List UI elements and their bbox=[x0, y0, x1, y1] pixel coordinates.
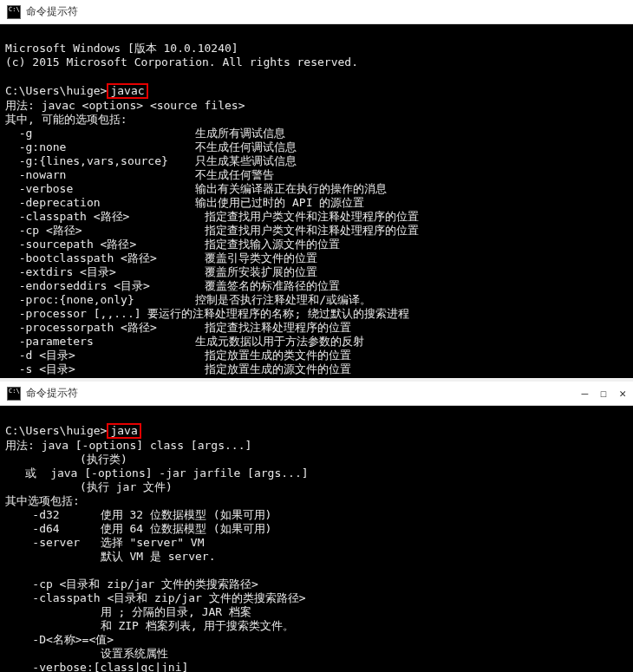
minimize-button[interactable]: — bbox=[582, 387, 589, 400]
cmd-icon bbox=[7, 387, 21, 401]
cmd-icon bbox=[7, 5, 21, 19]
usage-sub: (执行类) bbox=[5, 453, 127, 466]
option-flag: -d32 bbox=[5, 508, 60, 521]
window-title: 命令提示符 bbox=[26, 386, 78, 401]
option-flag: -bootclasspath <路径> bbox=[5, 251, 157, 264]
cmd-window-javac: 命令提示符 Microsoft Windows [版本 10.0.10240] … bbox=[0, 0, 633, 378]
option-flag: -g bbox=[5, 127, 32, 140]
option-flag: -verbose:[class|gc|jni] bbox=[32, 661, 188, 672]
option-desc: 覆盖引导类文件的位置 bbox=[205, 251, 317, 264]
prompt: C:\Users\huige> bbox=[5, 84, 107, 97]
option-desc: 指定查找注释处理程序的位置 bbox=[205, 321, 351, 334]
option-flag: -classpath <目录和 zip/jar 文件的类搜索路径> bbox=[32, 591, 305, 604]
typed-command: java bbox=[110, 424, 137, 437]
typed-command: javac bbox=[110, 84, 144, 97]
option-desc: 默认 VM 是 server. bbox=[101, 550, 216, 563]
prompt: C:\Users\huige> bbox=[5, 424, 107, 437]
window-title: 命令提示符 bbox=[26, 4, 78, 19]
option-desc: 输出有关编译器正在执行的操作的消息 bbox=[195, 182, 387, 195]
option-flag: -cp <目录和 zip/jar 文件的类搜索路径> bbox=[32, 577, 258, 590]
option-flag: -sourcepath <路径> bbox=[5, 238, 136, 251]
close-button[interactable]: ✕ bbox=[619, 387, 626, 400]
option-desc: 使用 64 位数据模型 (如果可用) bbox=[101, 522, 272, 535]
ms-header-line: Microsoft Windows [版本 10.0.10240] bbox=[5, 42, 238, 55]
option-flag: -d <目录> bbox=[5, 349, 75, 362]
option-flag: -g:none bbox=[5, 140, 66, 153]
option-desc: 指定查找用户类文件和注释处理程序的位置 bbox=[205, 210, 419, 223]
console-output[interactable]: Microsoft Windows [版本 10.0.10240] (c) 20… bbox=[0, 24, 633, 378]
option-flag: -parameters bbox=[5, 335, 94, 348]
usage-line: 用法: javac <options> <source files> bbox=[5, 99, 245, 112]
option-desc: 覆盖所安装扩展的位置 bbox=[205, 265, 317, 278]
usage-line: 用法: java [-options] class [args...] bbox=[5, 439, 251, 452]
option-desc: 设置系统属性 bbox=[101, 647, 168, 660]
command-highlight: java bbox=[107, 423, 140, 439]
option-desc: 要运行的注释处理程序的名称; 绕过默认的搜索进程 bbox=[147, 307, 409, 320]
option-flag: -D<名称>=<值> bbox=[32, 633, 114, 646]
option-flag: -processorpath <路径> bbox=[5, 321, 157, 334]
option-flag: -extdirs <目录> bbox=[5, 265, 116, 278]
option-flag: -deprecation bbox=[5, 196, 101, 209]
window-controls: — ☐ ✕ bbox=[582, 387, 626, 400]
option-desc: 不生成任何警告 bbox=[195, 168, 274, 181]
option-desc: 不生成任何调试信息 bbox=[195, 140, 297, 153]
console-output[interactable]: C:\Users\huige>java 用法: java [-options] … bbox=[0, 406, 633, 672]
option-desc: 使用 32 位数据模型 (如果可用) bbox=[101, 508, 272, 521]
option-flag: -s <目录> bbox=[5, 362, 75, 375]
option-flag: -classpath <路径> bbox=[5, 210, 129, 223]
option-desc: 输出使用已过时的 API 的源位置 bbox=[195, 196, 364, 209]
option-desc: 覆盖签名的标准路径的位置 bbox=[205, 279, 340, 292]
usage-sub: (执行 jar 文件) bbox=[5, 480, 173, 493]
command-highlight: javac bbox=[107, 83, 147, 99]
option-desc: 只生成某些调试信息 bbox=[195, 154, 297, 167]
option-flag: -processor [,,...] bbox=[19, 307, 141, 320]
option-desc: 指定放置生成的类文件的位置 bbox=[205, 349, 351, 362]
usage-line: 或 java [-options] -jar jarfile [args...] bbox=[5, 466, 309, 480]
titlebar[interactable]: 命令提示符 bbox=[0, 0, 633, 24]
option-desc: 和 ZIP 档案列表, 用于搜索类文件。 bbox=[101, 619, 295, 632]
option-desc: 指定查找用户类文件和注释处理程序的位置 bbox=[205, 224, 419, 237]
option-flag: -d64 bbox=[5, 522, 60, 535]
option-flag: -endorseddirs <目录> bbox=[5, 279, 150, 292]
option-desc: 生成所有调试信息 bbox=[195, 127, 285, 140]
option-desc: 用 ; 分隔的目录, JAR 档案 bbox=[101, 605, 251, 618]
option-flag: -proc:{none,only} bbox=[5, 293, 134, 306]
option-flag: -cp <路径> bbox=[5, 224, 82, 237]
option-desc: 指定放置生成的源文件的位置 bbox=[205, 362, 351, 375]
option-desc: 指定查找输入源文件的位置 bbox=[205, 238, 340, 251]
option-flag: -server bbox=[5, 536, 80, 549]
option-desc: 选择 "server" VM bbox=[101, 536, 205, 549]
titlebar[interactable]: 命令提示符 — ☐ ✕ bbox=[0, 382, 633, 406]
cmd-window-java: 命令提示符 — ☐ ✕ C:\Users\huige>java 用法: java… bbox=[0, 382, 633, 672]
copyright-line: (c) 2015 Microsoft Corporation. All righ… bbox=[5, 55, 358, 69]
option-flag: -g:{lines,vars,source} bbox=[5, 154, 168, 167]
option-desc: 生成元数据以用于方法参数的反射 bbox=[195, 335, 364, 348]
options-heading: 其中选项包括: bbox=[5, 494, 80, 507]
option-desc: 控制是否执行注释处理和/或编译。 bbox=[195, 293, 371, 306]
options-heading: 其中, 可能的选项包括: bbox=[5, 113, 127, 126]
option-flag: -verbose bbox=[5, 182, 73, 195]
maximize-button[interactable]: ☐ bbox=[600, 387, 607, 400]
option-flag: -nowarn bbox=[5, 168, 66, 181]
